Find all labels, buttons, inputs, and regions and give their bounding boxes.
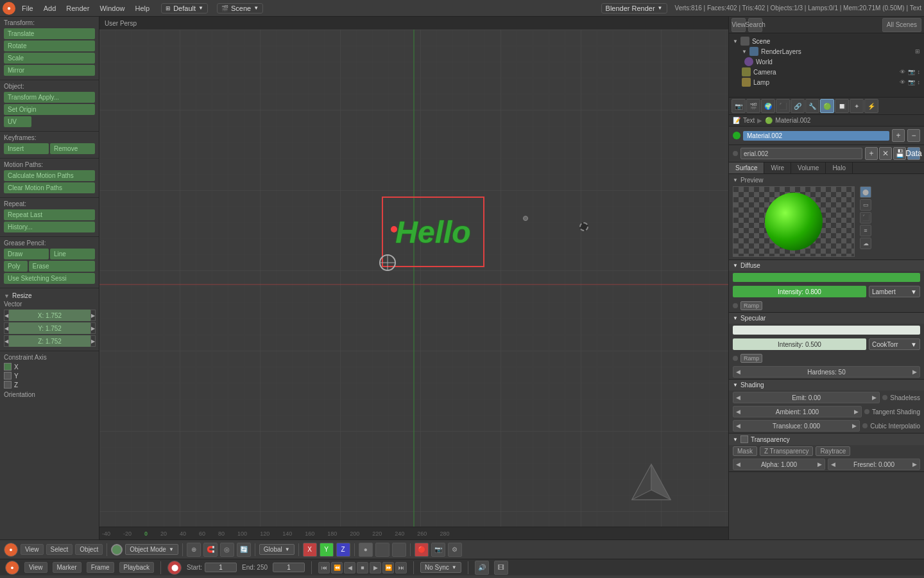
status-view-btn[interactable]: View <box>24 562 47 573</box>
poly-button[interactable]: Poly <box>4 261 28 272</box>
vector-x-dec[interactable]: ◀ <box>4 310 9 321</box>
play-btn[interactable]: ▶ <box>370 562 381 574</box>
shader-name-field[interactable]: erial.002 <box>740 148 862 159</box>
vector-z-dec[interactable]: ◀ <box>4 335 9 347</box>
preview-hair-btn[interactable]: ≡ <box>860 225 871 236</box>
line-button[interactable]: Line <box>50 249 95 259</box>
sketching-session-button[interactable]: Use Sketching Sessi <box>4 273 95 284</box>
prop-icon-constraints[interactable]: 🔗 <box>791 99 805 113</box>
repeat-last-button[interactable]: Repeat Last <box>4 209 95 220</box>
diffuse-color-bar[interactable] <box>733 273 920 282</box>
vector-x-inc[interactable]: ▶ <box>90 310 96 321</box>
scale-button[interactable]: Scale <box>4 53 95 64</box>
layer-btn-2[interactable] <box>375 543 389 557</box>
tab-wire[interactable]: Wire <box>764 162 791 173</box>
specular-header[interactable]: ▼ Specular <box>729 313 924 324</box>
play-back-btn[interactable]: ◀ <box>344 562 355 574</box>
material-remove-btn[interactable]: − <box>907 129 920 142</box>
prop-icon-physics[interactable]: ⚡ <box>864 99 878 113</box>
search-btn[interactable]: Search <box>748 18 762 32</box>
diffuse-intensity-bar[interactable]: Intensity: 0.800 <box>733 286 866 297</box>
outliner-camera[interactable]: Camera 👁 📷 ↕ <box>732 67 921 77</box>
prop-icon-modifiers[interactable]: 🔧 <box>805 99 819 113</box>
emit-slider[interactable]: ◀ Emit: 0.00 ▶ <box>733 392 880 403</box>
render-btn[interactable]: 📷 <box>431 543 445 557</box>
prop-icon-render[interactable]: 📷 <box>732 99 746 113</box>
vector-y-field[interactable] <box>9 322 90 334</box>
vector-z-inc[interactable]: ▶ <box>90 335 96 347</box>
status-marker-btn[interactable]: Marker <box>53 562 81 573</box>
object-mode-icon[interactable] <box>111 544 123 556</box>
transform-orientation-btn[interactable]: 🔄 <box>237 543 251 557</box>
prev-keyframe-btn[interactable]: ⏪ <box>331 562 343 574</box>
no-sync-selector[interactable]: No Sync ▼ <box>420 562 461 573</box>
vector-y-inc[interactable]: ▶ <box>90 322 96 334</box>
all-scenes-btn[interactable]: All Scenes <box>882 18 921 32</box>
prop-icon-object[interactable]: ⬛ <box>776 99 790 113</box>
blender-logo-icon[interactable]: ● <box>3 2 15 15</box>
shader-save-btn[interactable]: 💾 <box>893 147 906 160</box>
shading-header[interactable]: ▼ Shading <box>729 380 924 390</box>
preview-flat-btn[interactable]: ▭ <box>860 199 871 211</box>
vector-z-field[interactable] <box>9 335 90 347</box>
axis-x-checkbox[interactable] <box>4 363 12 371</box>
remove-key-button[interactable]: Remove <box>50 143 95 154</box>
sequencer-btn[interactable]: 🎞 <box>494 561 508 575</box>
preview-cube-btn[interactable]: ⬛ <box>860 212 871 223</box>
menu-help[interactable]: Help <box>132 3 154 13</box>
jump-to-start-btn[interactable]: ⏮ <box>318 562 330 574</box>
set-origin-button[interactable]: Set Origin <box>4 104 95 115</box>
preview-expand-icon[interactable]: ▼ <box>733 177 738 183</box>
select-btn[interactable]: Select <box>46 544 73 555</box>
tangent-shading-dot[interactable] <box>864 409 869 414</box>
diffuse-header[interactable]: ▼ Diffuse <box>729 260 924 271</box>
z-transparency-btn[interactable]: Z Transparency <box>760 446 813 456</box>
global-selector[interactable]: Global ▼ <box>259 544 295 555</box>
specular-shader-dropdown[interactable]: CookTorr ▼ <box>869 338 920 350</box>
hardness-slider[interactable]: ◀ Hardness: 50 ▶ <box>733 366 920 378</box>
manip-y-btn[interactable]: Y <box>320 543 334 557</box>
status-frame-btn[interactable]: Frame <box>87 562 114 573</box>
transluce-slider[interactable]: ◀ Transluce: 0.000 ▶ <box>733 420 860 432</box>
insert-key-button[interactable]: Insert <box>4 143 49 154</box>
view-menu-btn[interactable]: View <box>732 18 746 32</box>
settings-btn[interactable]: ⚙ <box>448 543 462 557</box>
diffuse-ramp-btn[interactable]: Ramp <box>740 301 762 310</box>
vector-x-field[interactable] <box>9 310 90 321</box>
transparency-checkbox[interactable] <box>740 435 748 443</box>
snapping-btn[interactable]: 🧲 <box>203 543 218 557</box>
tab-halo[interactable]: Halo <box>826 162 853 173</box>
outliner-scene[interactable]: ▼ Scene <box>732 36 921 46</box>
next-keyframe-btn[interactable]: ⏩ <box>382 562 394 574</box>
prop-icon-world[interactable]: 🌍 <box>761 99 775 113</box>
tab-surface[interactable]: Surface <box>729 162 764 173</box>
prop-icon-particles[interactable]: ✦ <box>850 99 864 113</box>
history-button[interactable]: History... <box>4 222 95 232</box>
proportional-btn[interactable]: ◎ <box>220 543 234 557</box>
mask-btn[interactable]: Mask <box>733 446 757 456</box>
shader-add-btn[interactable]: + <box>865 147 878 160</box>
draw-button[interactable]: Draw <box>4 249 49 259</box>
erase-button[interactable]: Erase <box>29 261 95 272</box>
menu-window[interactable]: Window <box>96 3 128 13</box>
vector-y-dec[interactable]: ◀ <box>4 322 9 334</box>
timeline-icon[interactable]: ● <box>5 561 19 575</box>
menu-file[interactable]: File <box>18 3 37 13</box>
specular-intensity-bar[interactable]: Intensity: 0.500 <box>733 338 866 350</box>
menu-add[interactable]: Add <box>40 3 60 13</box>
diffuse-ramp-dot[interactable] <box>733 303 738 308</box>
manip-x-btn[interactable]: X <box>303 543 317 557</box>
pivot-btn[interactable]: ⊕ <box>187 543 201 557</box>
layer-btn-1[interactable]: ● <box>359 543 373 557</box>
record-btn[interactable]: ⬤ <box>167 561 182 575</box>
sync-btn[interactable]: 🔴 <box>415 543 429 557</box>
viewport[interactable]: User Persp <box>99 17 728 539</box>
preview-sky-btn[interactable]: ☁ <box>860 238 871 249</box>
audio-btn[interactable]: 🔊 <box>475 561 489 575</box>
current-frame-input[interactable] <box>273 563 305 572</box>
shader-del-btn[interactable]: ✕ <box>879 147 892 160</box>
specular-ramp-btn[interactable]: Ramp <box>740 354 762 363</box>
blender-bottom-icon[interactable]: ● <box>4 543 18 557</box>
jump-to-end-btn[interactable]: ⏭ <box>395 562 407 574</box>
prop-icon-scene[interactable]: 🎬 <box>746 99 760 113</box>
